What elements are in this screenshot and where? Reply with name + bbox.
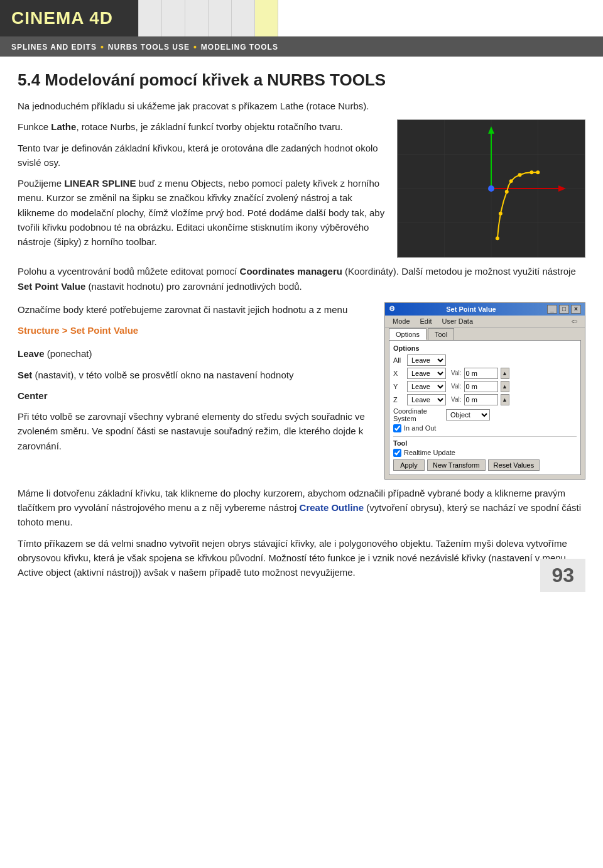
nav-dot-1: • — [100, 42, 104, 52]
center-para: Center — [18, 388, 372, 403]
leave-bold: Leave — [18, 348, 45, 359]
spv-maximize-icon[interactable]: □ — [559, 305, 569, 314]
svg-point-13 — [499, 212, 503, 216]
spv-titlebar-controls: _ □ × — [547, 305, 581, 314]
paragraph-6: Máme li dotvořenu základní křivku, tak k… — [18, 486, 585, 530]
spv-reset-button[interactable]: Reset Values — [488, 459, 540, 471]
header-tab-2[interactable] — [161, 0, 185, 36]
spv-arrow-up-x[interactable]: ▲ — [501, 368, 509, 379]
intro-text: Funkce Lathe, rotace Nurbs, je základní … — [18, 119, 386, 258]
svg-point-15 — [509, 180, 513, 184]
set-para: Set (nastavit), v této volbě se prosvětl… — [18, 368, 372, 382]
set-bold: Set — [18, 370, 32, 380]
spv-select-z[interactable]: Leave Set Center — [407, 394, 446, 405]
spv-label-y: Y — [393, 383, 405, 390]
spv-val-input-y[interactable] — [464, 381, 498, 392]
paragraph-1: Na jednoduchém příkladu si ukážeme jak p… — [18, 99, 585, 113]
center-bold: Center — [18, 390, 48, 401]
spv-val-input-z[interactable] — [464, 394, 498, 405]
content-area: 5.4 Modelování pomocí křivek a NURBS TOO… — [0, 57, 603, 603]
spv-apply-button[interactable]: Apply — [393, 459, 425, 471]
dialog-intro: Označíme body které potřebujeme zarovnat… — [18, 302, 372, 317]
center-desc: Při této volbě se zarovnají všechny vybr… — [18, 409, 372, 453]
spv-row-y: Y Leave Set Center Val: ▲ — [393, 381, 577, 392]
svg-point-16 — [518, 173, 522, 177]
spv-coord-row: Coordinate System Object World — [393, 407, 577, 422]
spv-coord-select[interactable]: Object World — [446, 409, 490, 420]
nav-item-1[interactable]: SPLINES AND EDITS — [11, 43, 97, 52]
structure-link-para: Structure > Set Point Value — [18, 323, 372, 338]
spv-arrow-up-z[interactable]: ▲ — [501, 394, 509, 405]
spv-checkbox-row: In and Out — [393, 424, 577, 432]
spv-row-all: All Leave Set Center — [393, 354, 577, 366]
spv-inout-label: In and Out — [404, 424, 436, 432]
paragraph-4: Použijeme LINEAR SPLINE buď z menu Objec… — [18, 176, 386, 249]
spv-menu-edit[interactable]: Edit — [415, 317, 437, 326]
spv-realtime-label: Realtime Update — [404, 449, 455, 456]
header-tab-5[interactable] — [231, 0, 254, 36]
spv-tool-section: Tool Realtime Update Apply New Transform… — [393, 436, 577, 471]
svg-point-18 — [536, 171, 540, 175]
paragraph-7: Tímto příkazem se dá velmi snadno vytvoř… — [18, 536, 585, 580]
coord-manager-bold: Coordinates manageru — [240, 266, 342, 277]
set-point-bold: Set Point Value — [18, 281, 85, 292]
spv-row-z: Z Leave Set Center Val: ▲ — [393, 394, 577, 405]
spv-menu-userdata[interactable]: User Data — [437, 317, 479, 326]
paragraph-3: Tento tvar je definován základní křivkou… — [18, 141, 386, 170]
3d-viewport — [397, 119, 585, 258]
nav-item-2[interactable]: NURBS TOOLS USE — [108, 43, 190, 52]
svg-point-11 — [488, 185, 494, 192]
nav-dot-2: • — [193, 42, 197, 52]
spv-options-label: Options — [393, 344, 577, 352]
spv-minimize-icon[interactable]: _ — [547, 305, 557, 314]
spv-coord-label: Coordinate System — [393, 407, 443, 422]
spv-close-icon[interactable]: × — [571, 305, 581, 314]
svg-point-14 — [505, 190, 509, 194]
spv-inout-checkbox[interactable] — [393, 424, 401, 432]
app-logo: CINEMA 4D — [0, 0, 138, 36]
spv-select-all[interactable]: Leave Set Center — [407, 354, 446, 366]
header-tab-4[interactable] — [208, 0, 231, 36]
spv-val-label-y: Val: — [451, 383, 462, 390]
spv-val-input-x[interactable] — [464, 368, 498, 379]
spv-body: Options All Leave Set Center X — [389, 340, 581, 475]
spv-select-x[interactable]: Leave Set Center — [407, 368, 446, 379]
dialog-left-text: Označíme body které potřebujeme zarovnat… — [18, 302, 372, 480]
create-outline-bold: Create Outline — [300, 502, 364, 513]
spv-menu-mode[interactable]: Mode — [388, 317, 415, 326]
header-tab-3[interactable] — [185, 0, 208, 36]
spv-val-label-x: Val: — [451, 370, 462, 376]
spv-new-transform-button[interactable]: New Transform — [427, 459, 486, 471]
paragraph-5: Polohu a vycentrování bodů můžete editov… — [18, 264, 585, 294]
spv-label-all: All — [393, 356, 405, 364]
leave-para: Leave (ponechat) — [18, 346, 372, 361]
spv-title-icon: ⚙ — [389, 305, 395, 313]
spv-val-label-z: Val: — [451, 396, 462, 403]
structure-link: Structure > Set Point Value — [18, 325, 138, 336]
spv-realtime-checkbox[interactable] — [393, 449, 401, 457]
spv-tool-label: Tool — [393, 436, 577, 447]
header-tab-1[interactable] — [138, 0, 161, 36]
spv-titlebar: ⚙ Set Point Value _ □ × — [385, 303, 585, 316]
spv-select-y[interactable]: Leave Set Center — [407, 381, 446, 392]
page-number: 93 — [540, 559, 585, 592]
svg-point-17 — [530, 171, 533, 175]
spv-menu-arrow[interactable]: ⇦ — [567, 317, 582, 326]
logo-text: CINEMA 4D — [11, 8, 113, 28]
spv-tab-options[interactable]: Options — [389, 328, 426, 340]
nav-bar: SPLINES AND EDITS • NURBS TOOLS USE • MO… — [0, 38, 603, 57]
spv-window: ⚙ Set Point Value _ □ × Mode Edit User D… — [384, 302, 585, 480]
spv-arrow-up-y[interactable]: ▲ — [501, 381, 509, 392]
linear-spline-bold: LINEAR SPLINE — [64, 178, 136, 189]
spv-buttons: Apply New Transform Reset Values — [393, 459, 577, 471]
spv-label-z: Z — [393, 396, 405, 404]
nav-item-3[interactable]: MODELING TOOLS — [201, 43, 278, 52]
page-title: 5.4 Modelování pomocí křivek a NURBS TOO… — [18, 70, 585, 90]
svg-point-12 — [496, 237, 499, 241]
spv-row-x: X Leave Set Center Val: ▲ — [393, 368, 577, 379]
spv-title-text: Set Point Value — [446, 305, 496, 313]
lathe-bold: Lathe — [51, 121, 76, 132]
spv-realtime-row: Realtime Update — [393, 449, 577, 457]
spv-tab-tool[interactable]: Tool — [428, 328, 454, 340]
header-tab-yellow[interactable] — [254, 0, 278, 36]
